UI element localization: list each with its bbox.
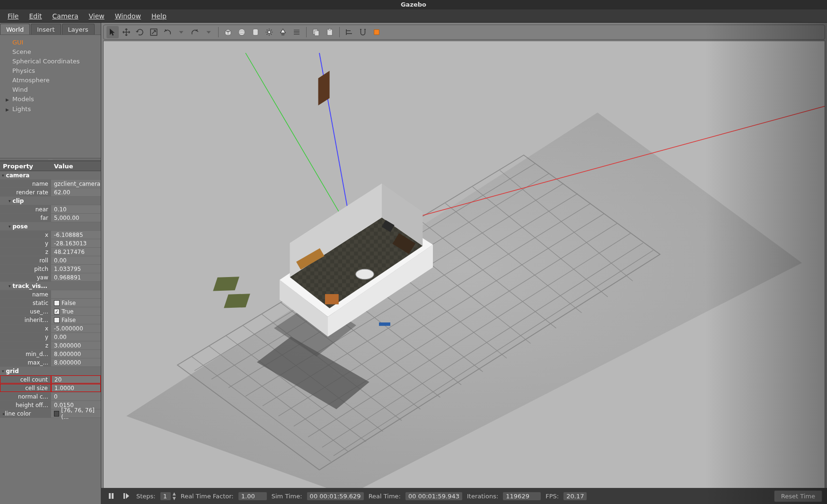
tool-undo-dropdown[interactable] [175, 26, 187, 38]
prop-value-far[interactable]: 5,000.00 [51, 214, 101, 222]
tool-rotate-icon[interactable] [134, 26, 146, 38]
prop-key-cell-count: cell count [0, 375, 51, 383]
steps-value[interactable]: 1 [160, 492, 171, 500]
prop-value-static[interactable]: False [51, 299, 101, 307]
prop-key-roll: roll [0, 256, 51, 264]
tree-item-physics[interactable]: Physics [4, 66, 97, 76]
tree-item-wind[interactable]: Wind [4, 85, 97, 95]
color-swatch[interactable] [54, 411, 59, 417]
tool-cylinder-icon[interactable] [249, 26, 262, 38]
tool-translate-icon[interactable] [120, 26, 132, 38]
checkbox-icon[interactable] [54, 317, 60, 323]
prop-key-x: x [0, 324, 51, 332]
tool-align-icon[interactable] [343, 26, 355, 38]
menu-window[interactable]: Window [110, 10, 146, 22]
prop-value-y[interactable]: -28.163013 [51, 239, 101, 247]
prop-value-z[interactable]: 3.000000 [51, 341, 101, 349]
prop-value-cell-count[interactable]: 20 [51, 375, 101, 383]
prop-value-max-[interactable]: 8.000000 [51, 358, 101, 366]
prop-value-name[interactable] [51, 290, 101, 298]
prop-value-yaw[interactable]: 0.968891 [51, 273, 101, 281]
sidebar-tabs: World Insert Layers [0, 23, 101, 35]
prop-value-z[interactable]: 48.217476 [51, 248, 101, 256]
prop-section-pose[interactable]: pose [0, 222, 101, 230]
prop-value-normal-c-[interactable]: 0 [51, 392, 101, 400]
tool-redo-dropdown[interactable] [202, 26, 215, 38]
tree-item-gui[interactable]: GUI [4, 38, 97, 47]
prop-value-roll[interactable]: 0.00 [51, 256, 101, 264]
prop-value-use-[interactable]: ✓True [51, 307, 101, 315]
menu-file[interactable]: File [3, 10, 23, 22]
steps-spinner[interactable]: ▲▼ [173, 491, 176, 501]
menu-view[interactable]: View [84, 10, 109, 22]
iterations-value: 119629 [503, 492, 541, 500]
main-toolbar [103, 25, 825, 40]
menu-edit[interactable]: Edit [24, 10, 46, 22]
property-header-prop: Property [0, 163, 51, 170]
prop-value-near[interactable]: 0.10 [51, 205, 101, 213]
tree-item-scene[interactable]: Scene [4, 47, 97, 57]
prop-value-render-rate[interactable]: 62.00 [51, 188, 101, 196]
prop-key-inherit-: inherit... [0, 316, 51, 324]
prop-key-y: y [0, 333, 51, 341]
prop-key-y: y [0, 239, 51, 247]
tool-copy-icon[interactable] [310, 26, 322, 38]
tool-view-icon[interactable] [370, 26, 383, 38]
menu-help[interactable]: Help [147, 10, 171, 22]
tab-world[interactable]: World [0, 24, 30, 35]
prop-value-x[interactable]: -5.000000 [51, 324, 101, 332]
svg-rect-61 [379, 322, 390, 326]
simtime-label: Sim Time: [272, 493, 302, 500]
tool-sphere-icon[interactable] [236, 26, 248, 38]
tool-select-icon[interactable] [106, 26, 119, 38]
tool-snap-icon[interactable] [357, 26, 369, 38]
checkbox-icon[interactable] [54, 300, 60, 306]
rtf-value: 1.00 [238, 492, 267, 500]
prop-value-x[interactable]: -6.108885 [51, 231, 101, 239]
tool-box-icon[interactable] [222, 26, 234, 38]
tree-item-atmosphere[interactable]: Atmosphere [4, 76, 97, 85]
prop-section-clip[interactable]: clip [0, 197, 101, 205]
prop-value-cell-size[interactable]: 1.0000 [51, 384, 101, 392]
tool-undo-icon[interactable] [161, 26, 174, 38]
svg-rect-63 [112, 493, 114, 499]
prop-section-grid[interactable]: grid [0, 367, 101, 375]
tool-paste-icon[interactable] [324, 26, 336, 38]
tree-item-models[interactable]: Models [4, 95, 97, 104]
prop-key-static: static [0, 299, 51, 307]
pause-button-icon[interactable] [106, 491, 116, 501]
tool-redo-icon[interactable] [189, 26, 201, 38]
prop-key-cell-size: cell size [0, 384, 51, 392]
tool-light-spot-icon[interactable] [277, 26, 289, 38]
tool-scale-icon[interactable] [148, 26, 160, 38]
prop-value-name[interactable]: gzclient_camera [51, 180, 101, 188]
world-tree[interactable]: GUISceneSpherical CoordinatesPhysicsAtmo… [0, 35, 101, 158]
tool-light-point-icon[interactable] [263, 26, 275, 38]
step-button-icon[interactable] [121, 491, 132, 501]
3d-viewport[interactable] [103, 41, 825, 502]
tab-insert[interactable]: Insert [31, 24, 61, 35]
tree-item-spherical-coordinates[interactable]: Spherical Coordinates [4, 57, 97, 66]
prop-key-height-off-: height off... [0, 401, 51, 409]
prop-key-yaw: yaw [0, 273, 51, 281]
prop-value-min-d-[interactable]: 8.000000 [51, 350, 101, 358]
prop-value-y[interactable]: 0.00 [51, 333, 101, 341]
prop-section-camera[interactable]: camera [0, 171, 101, 179]
checkbox-icon[interactable]: ✓ [54, 309, 60, 314]
prop-key-min-d-: min_d... [0, 350, 51, 358]
menu-camera[interactable]: Camera [48, 10, 83, 22]
iterations-label: Iterations: [467, 493, 498, 500]
prop-key-pitch: pitch [0, 265, 51, 273]
prop-value-line-color[interactable]: [76, 76, 76] (... [51, 409, 101, 417]
tab-layers[interactable]: Layers [62, 24, 95, 35]
prop-key-max-: max_... [0, 358, 51, 366]
prop-value-inherit-[interactable]: False [51, 316, 101, 324]
prop-section-track-vis-[interactable]: track_vis... [0, 282, 101, 290]
tree-item-lights[interactable]: Lights [4, 104, 97, 114]
reset-time-button[interactable]: Reset Time [774, 490, 822, 502]
tool-light-directional-icon[interactable] [290, 26, 303, 38]
prop-key-normal-c-: normal c... [0, 392, 51, 400]
rtf-label: Real Time Factor: [181, 493, 234, 500]
prop-value-pitch[interactable]: 1.033795 [51, 265, 101, 273]
svg-rect-9 [374, 30, 379, 35]
